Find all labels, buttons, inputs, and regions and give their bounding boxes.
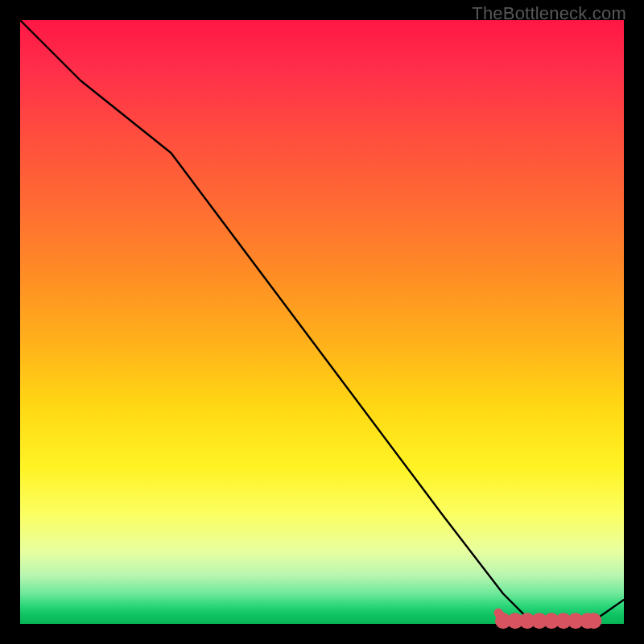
- bottleneck-curve-layer: [20, 20, 624, 624]
- plot-area: [20, 20, 624, 624]
- flat-marker-lead: [498, 613, 506, 622]
- flat-marker-dot: [590, 617, 598, 625]
- flat-marker-dot: [559, 617, 568, 625]
- flat-marker-dot: [547, 617, 555, 625]
- flat-marker-dot: [523, 617, 531, 625]
- flat-marker-dot: [572, 617, 580, 625]
- flat-marker-dot: [511, 617, 519, 625]
- flat-segment-markers: [498, 613, 598, 625]
- flat-marker-dot: [535, 617, 543, 625]
- bottleneck-curve: [20, 20, 624, 621]
- chart-frame: TheBottleneck.com: [0, 0, 644, 644]
